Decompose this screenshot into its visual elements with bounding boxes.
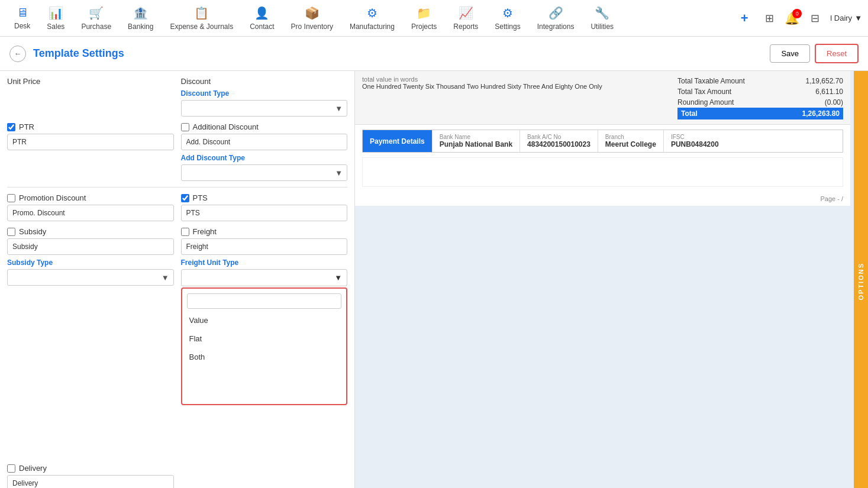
company-name-text: l Dairy: [830, 14, 852, 22]
discount-label-row: Discount: [181, 77, 348, 86]
utilities-icon: 🔧: [595, 6, 609, 20]
right-panel: ✏ total value in words One Hundred Twent…: [355, 71, 868, 488]
promo-input[interactable]: Promo. Discount: [7, 205, 174, 221]
back-arrow-icon: ←: [14, 49, 22, 58]
delivery-label-row: Delivery: [7, 464, 174, 473]
apps-icon[interactable]: ⊟: [805, 9, 824, 28]
save-button[interactable]: Save: [770, 44, 810, 63]
dropdown-item-both[interactable]: Both: [182, 348, 347, 366]
dropdown-search-input[interactable]: [187, 293, 342, 309]
taxable-amount-value: 1,19,652.70: [806, 77, 843, 85]
freight-unit-type-chevron-icon: ▼: [334, 273, 342, 282]
pts-checkbox[interactable]: [181, 194, 189, 202]
nav-pro-inventory[interactable]: 📦 Pro Inventory: [283, 1, 341, 35]
rounding-label: Rounding Amount: [677, 98, 734, 106]
rounding-row: Rounding Amount (0.00): [677, 97, 843, 108]
left-panel: Unit Price Discount Discount Type Value …: [0, 71, 355, 488]
branch-cell: Branch Meerut College: [598, 130, 663, 152]
nav-projects[interactable]: 📁 Projects: [403, 1, 445, 35]
nav-desk[interactable]: 🖥 Desk: [6, 1, 38, 35]
nav-manufacturing-label: Manufacturing: [350, 22, 395, 31]
delivery-input[interactable]: Delivery: [7, 475, 174, 488]
grid-icon[interactable]: ⊞: [760, 9, 779, 28]
projects-icon: 📁: [417, 6, 431, 20]
promo-checkbox[interactable]: [7, 194, 15, 202]
company-chevron-icon: ▼: [854, 14, 862, 22]
subsidy-col: Subsidy Subsidy Subsidy Type ▼: [7, 227, 174, 286]
freight-input[interactable]: Freight: [181, 238, 348, 255]
company-selector[interactable]: l Dairy ▼: [830, 14, 862, 22]
tax-amount-value: 6,611.10: [815, 88, 843, 96]
nav-settings[interactable]: ⚙ Settings: [486, 1, 528, 35]
nav-expense[interactable]: 📋 Expense & Journals: [162, 1, 241, 35]
page-number: Page - /: [355, 192, 850, 206]
notification-bell[interactable]: 🔔 0: [785, 11, 799, 25]
nav-contact-label: Contact: [250, 22, 274, 31]
reset-button[interactable]: Reset: [815, 44, 859, 63]
nav-utilities[interactable]: 🔧 Utilities: [582, 1, 622, 35]
invoice-preview: total value in words One Hundred Twenty …: [355, 71, 850, 206]
nav-expense-label: Expense & Journals: [170, 22, 233, 31]
unit-price-discount-row: Unit Price Discount Discount Type Value …: [7, 77, 347, 117]
freight-unit-type-trigger[interactable]: ▼: [181, 269, 348, 286]
page-header: ← Template Settings Save Reset: [0, 37, 868, 71]
bank-ac-value: 4834200150010023: [527, 140, 591, 148]
nav-purchase[interactable]: 🛒 Purchase: [73, 1, 120, 35]
reports-icon: 📈: [459, 6, 473, 20]
pts-label-row: PTS: [181, 193, 348, 202]
nav-utilities-label: Utilities: [591, 22, 614, 31]
subsidy-checkbox[interactable]: [7, 228, 15, 236]
invoice-words-value: One Hundred Twenty Six Thousand Two Hund…: [362, 83, 677, 90]
purchase-icon: 🛒: [89, 6, 104, 20]
subsidy-type-select[interactable]: [7, 269, 174, 286]
nav-sales[interactable]: 📊 Sales: [38, 1, 73, 35]
pts-label: PTS: [193, 193, 208, 202]
total-row: Total 1,26,263.80: [677, 108, 843, 119]
ifsc-value: PUNB0484200: [671, 140, 719, 148]
unit-price-label: Unit Price: [7, 77, 40, 86]
dropdown-item-flat[interactable]: Flat: [182, 329, 347, 348]
ptr-checkbox[interactable]: [7, 123, 15, 131]
dropdown-extra-space: [182, 366, 347, 402]
total-value: 1,26,263.80: [802, 109, 840, 118]
contact-icon: 👤: [254, 6, 269, 20]
discount-type-select[interactable]: Value Flat Both: [181, 100, 348, 117]
freight-checkbox[interactable]: [181, 228, 189, 236]
freight-col: Freight Freight Freight Unit Type ▼: [181, 227, 348, 286]
dropdown-item-value[interactable]: Value: [182, 311, 347, 329]
discount-type-select-wrapper: Value Flat Both ▼: [181, 100, 348, 117]
freight-label: Freight: [193, 227, 217, 236]
nav-banking[interactable]: 🏦 Banking: [120, 1, 162, 35]
nav-integrations[interactable]: 🔗 Integrations: [529, 1, 583, 35]
add-button[interactable]: +: [735, 9, 754, 28]
invoice-amounts-col: Total Taxable Amount 1,19,652.70 Total T…: [677, 76, 843, 119]
add-discount-type-select[interactable]: [181, 164, 348, 181]
additional-discount-input[interactable]: Add. Discount: [181, 134, 348, 150]
back-button[interactable]: ←: [9, 46, 26, 62]
invoice-words-col: total value in words One Hundred Twenty …: [362, 76, 677, 90]
main-layout: Unit Price Discount Discount Type Value …: [0, 71, 868, 488]
nav-manufacturing[interactable]: ⚙ Manufacturing: [341, 1, 403, 35]
pts-input[interactable]: PTS: [181, 205, 348, 221]
payment-details: Payment Details Bank Name Punjab Nationa…: [362, 130, 843, 153]
nav-items: 🖥 Desk 📊 Sales 🛒 Purchase 🏦 Banking 📋 Ex…: [6, 1, 735, 35]
nav-reports[interactable]: 📈 Reports: [445, 1, 486, 35]
desk-icon: 🖥: [17, 6, 28, 20]
empty-col: [181, 464, 348, 488]
banking-icon: 🏦: [133, 6, 148, 20]
additional-discount-label: Additional Discount: [193, 122, 259, 131]
additional-discount-checkbox[interactable]: [181, 123, 189, 131]
dropdown-search-container: [182, 291, 347, 311]
notification-count: 0: [792, 9, 802, 18]
expense-icon: 📋: [194, 6, 209, 20]
delivery-row: Delivery Delivery Delivery Unit Type ▼: [7, 464, 347, 488]
options-sidebar[interactable]: OPTIONS: [854, 71, 868, 488]
freight-unit-type-dropdown: Value Flat Both: [181, 287, 348, 405]
payment-details-header: Payment Details: [363, 130, 432, 152]
ptr-input[interactable]: PTR: [7, 134, 174, 150]
nav-pro-inventory-label: Pro Inventory: [291, 22, 333, 31]
nav-contact[interactable]: 👤 Contact: [241, 1, 282, 35]
integrations-icon: 🔗: [548, 6, 563, 20]
subsidy-input[interactable]: Subsidy: [7, 238, 174, 255]
delivery-checkbox[interactable]: [7, 464, 15, 473]
